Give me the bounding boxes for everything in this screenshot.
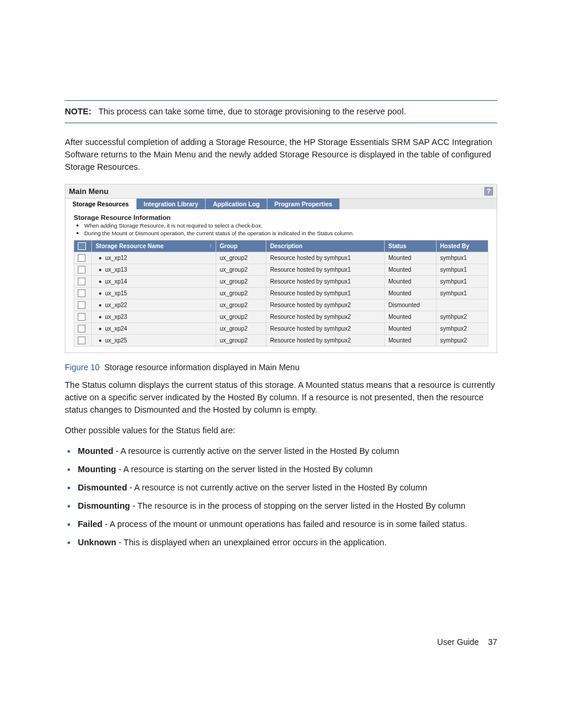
- intro-paragraph: After successful completion of adding a …: [65, 136, 497, 173]
- list-item: Dismounted - A resource is not currently…: [65, 482, 497, 494]
- page-footer: User Guide 37: [65, 637, 497, 647]
- col-description[interactable]: Description: [266, 241, 385, 252]
- cell-checkbox[interactable]: [74, 323, 92, 335]
- cell-name: ux_xp13: [92, 264, 216, 276]
- figure-caption: Figure 10 Storage resource information d…: [65, 363, 497, 372]
- checkbox-icon[interactable]: [78, 254, 85, 262]
- cell-hosted-by: symhpux2: [437, 311, 488, 323]
- cell-name: ux_xp12: [92, 252, 216, 264]
- cell-checkbox[interactable]: [74, 288, 92, 299]
- cell-status: Mounted: [385, 264, 437, 276]
- col-select[interactable]: [74, 241, 92, 252]
- cell-checkbox[interactable]: [74, 335, 92, 347]
- table-row[interactable]: ux_xp13ux_group2Resource hosted by symhp…: [74, 264, 488, 276]
- cell-status: Mounted: [385, 335, 437, 347]
- cell-hosted-by: symhpux1: [437, 252, 488, 264]
- page-number: 37: [488, 637, 497, 647]
- cell-description: Resource hosted by symhpux2: [266, 311, 385, 323]
- cell-status: Mounted: [385, 311, 437, 323]
- cell-hosted-by: symhpux1: [437, 264, 488, 276]
- cell-hosted-by: symhpux1: [437, 276, 488, 288]
- tab-program-properties[interactable]: Program Properties: [267, 199, 340, 209]
- bullet-icon: [99, 269, 101, 271]
- table-row[interactable]: ux_xp14ux_group2Resource hosted by symhp…: [74, 276, 488, 288]
- cell-group: ux_group2: [216, 288, 266, 299]
- note-text: This process can take some time, due to …: [98, 107, 406, 116]
- note-label: NOTE:: [65, 107, 91, 116]
- cell-description: Resource hosted by symhpux2: [266, 323, 385, 335]
- cell-checkbox[interactable]: [74, 299, 92, 311]
- checkbox-icon[interactable]: [78, 325, 85, 332]
- bullet-icon: [99, 316, 101, 318]
- checkbox-icon[interactable]: [78, 266, 85, 274]
- cell-status: Mounted: [385, 252, 437, 264]
- tab-integration-library[interactable]: Integration Library: [137, 199, 206, 209]
- hint-list: When adding Storage Resource, it is not …: [84, 222, 488, 236]
- cell-name: ux_xp15: [92, 288, 216, 299]
- footer-title: User Guide: [437, 637, 479, 647]
- tab-storage-resources[interactable]: Storage Resources: [65, 199, 137, 209]
- list-item: Unknown - This is displayed when an unex…: [65, 536, 497, 549]
- cell-group: ux_group2: [216, 299, 266, 311]
- section-title: Storage Resource Information: [74, 214, 488, 221]
- table-row[interactable]: ux_xp22ux_group2Resource hosted by symhp…: [74, 299, 488, 311]
- cell-group: ux_group2: [216, 264, 266, 276]
- bullet-icon: [99, 257, 101, 259]
- select-all-checkbox-icon[interactable]: [78, 242, 86, 250]
- cell-status: Mounted: [385, 288, 437, 299]
- list-item: Mounting - A resource is starting on the…: [65, 463, 497, 476]
- checkbox-icon[interactable]: [78, 313, 85, 321]
- cell-group: ux_group2: [216, 252, 266, 264]
- checkbox-icon[interactable]: [78, 278, 85, 285]
- col-status[interactable]: Status: [385, 241, 437, 252]
- cell-status: Dismounted: [385, 299, 437, 311]
- cell-hosted-by: symhpux1: [437, 288, 488, 299]
- cell-status: Mounted: [385, 276, 437, 288]
- cell-description: Resource hosted by symhpux2: [266, 299, 385, 311]
- cell-name: ux_xp23: [92, 311, 216, 323]
- figure-caption-text: Storage resource information displayed i…: [104, 363, 300, 372]
- bullet-icon: [99, 281, 101, 283]
- cell-description: Resource hosted by symhpux1: [266, 276, 385, 288]
- cell-group: ux_group2: [216, 323, 266, 335]
- figure-10: Main Menu ? Storage Resources Integratio…: [65, 184, 497, 353]
- list-item: Failed - A process of the mount or unmou…: [65, 518, 497, 531]
- main-menu-title: Main Menu: [69, 187, 108, 196]
- hint-item: When adding Storage Resource, it is not …: [84, 222, 488, 229]
- table-row[interactable]: ux_xp24ux_group2Resource hosted by symhp…: [74, 323, 488, 335]
- figure-label: Figure 10: [65, 363, 100, 372]
- col-group[interactable]: Group: [216, 241, 266, 252]
- cell-checkbox[interactable]: [74, 311, 92, 323]
- cell-name: ux_xp14: [92, 276, 216, 288]
- cell-description: Resource hosted by symhpux2: [266, 335, 385, 347]
- col-hosted-by[interactable]: Hosted By: [437, 241, 488, 252]
- table-row[interactable]: ux_xp12ux_group2Resource hosted by symhp…: [74, 252, 488, 264]
- cell-status: Mounted: [385, 323, 437, 335]
- cell-checkbox[interactable]: [74, 252, 92, 264]
- tab-bar: Storage Resources Integration Library Ap…: [65, 199, 497, 209]
- sort-asc-icon: ↑: [210, 243, 213, 249]
- cell-checkbox[interactable]: [74, 276, 92, 288]
- bullet-icon: [99, 340, 101, 342]
- cell-checkbox[interactable]: [74, 264, 92, 276]
- table-row[interactable]: ux_xp15ux_group2Resource hosted by symhp…: [74, 288, 488, 299]
- cell-hosted-by: [437, 299, 488, 311]
- tab-application-log[interactable]: Application Log: [206, 199, 267, 209]
- bullet-icon: [99, 292, 101, 295]
- checkbox-icon[interactable]: [78, 301, 85, 309]
- bullet-icon: [99, 328, 101, 330]
- cell-hosted-by: symhpux2: [437, 323, 488, 335]
- table-row[interactable]: ux_xp25ux_group2Resource hosted by symhp…: [74, 335, 488, 347]
- cell-group: ux_group2: [216, 311, 266, 323]
- checkbox-icon[interactable]: [78, 289, 85, 297]
- cell-description: Resource hosted by symhpux1: [266, 252, 385, 264]
- col-name[interactable]: Storage Resource Name↑: [92, 241, 216, 252]
- cell-name: ux_xp25: [92, 335, 216, 347]
- checkbox-icon[interactable]: [78, 337, 85, 344]
- cell-name: ux_xp24: [92, 323, 216, 335]
- table-row[interactable]: ux_xp23ux_group2Resource hosted by symhp…: [74, 311, 488, 323]
- cell-description: Resource hosted by symhpux1: [266, 264, 385, 276]
- list-item: Mounted - A resource is currently active…: [65, 445, 497, 457]
- help-icon[interactable]: ?: [484, 187, 493, 196]
- status-paragraph: The Status column displays the current s…: [65, 379, 497, 416]
